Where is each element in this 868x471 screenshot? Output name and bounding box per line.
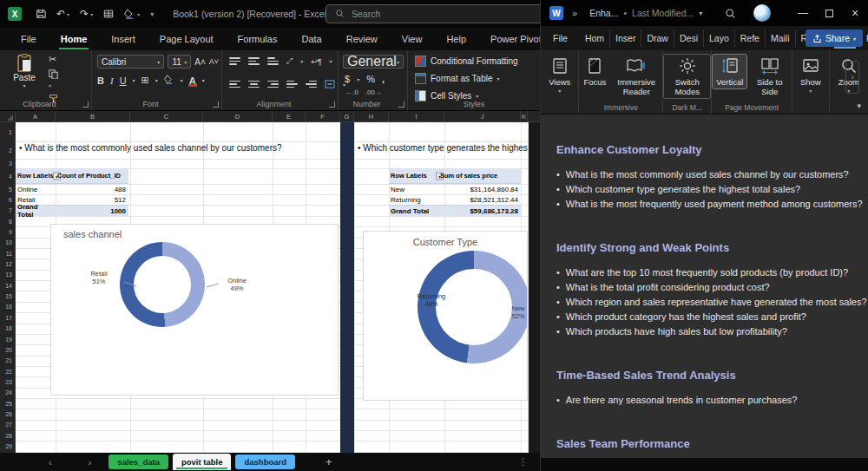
wrap-text-icon[interactable]: ↩¶: [311, 57, 321, 66]
row-header-22[interactable]: 22: [0, 366, 15, 376]
percent-icon[interactable]: %: [366, 74, 375, 84]
row-header-21[interactable]: 21: [0, 356, 15, 366]
word-menu-item-refe[interactable]: Refe: [735, 29, 766, 47]
ribbon-more-icon[interactable]: ›: [845, 61, 859, 94]
number-dialog-launcher[interactable]: [398, 101, 404, 108]
column-header-K[interactable]: K: [521, 111, 528, 122]
column-header-G[interactable]: G: [340, 111, 354, 122]
sheet-tab-sales_data[interactable]: sales_data: [108, 455, 168, 469]
row-header-14[interactable]: 14: [0, 280, 15, 291]
cut-icon[interactable]: ✂: [49, 54, 58, 65]
row-header-1[interactable]: 1: [0, 122, 15, 141]
borders-icon[interactable]: ⊞: [141, 75, 149, 86]
pivot-grand-total-row[interactable]: Grand Total$59,686,173.28: [389, 205, 521, 216]
currency-icon[interactable]: $: [345, 74, 350, 84]
number-format-select[interactable]: General▾: [343, 55, 404, 69]
word-menu-item-desi[interactable]: Desi: [674, 29, 704, 47]
focus-button[interactable]: Focus: [579, 54, 610, 89]
excel-menu-item-insert[interactable]: Insert: [99, 29, 148, 49]
word-app-icon[interactable]: W: [549, 6, 563, 20]
word-menu-item-hom[interactable]: Hom: [580, 29, 610, 47]
word-document-page[interactable]: Enhance Customer Loyalty•What is the mos…: [541, 114, 868, 458]
pivot-grand-total-row[interactable]: Grand Total1000: [16, 205, 128, 216]
table-icon[interactable]: [103, 9, 114, 19]
maximize-icon[interactable]: [816, 0, 842, 26]
excel-menu-item-page-layout[interactable]: Page Layout: [148, 29, 226, 49]
save-icon[interactable]: [36, 9, 46, 19]
column-header-D[interactable]: D: [203, 111, 273, 122]
word-menu-item-file[interactable]: File: [548, 29, 580, 47]
row-header-3[interactable]: 3: [0, 159, 15, 168]
customize-qat-icon[interactable]: ▾: [150, 10, 154, 18]
row-header-24[interactable]: 24: [0, 388, 15, 398]
column-header-E[interactable]: E: [273, 111, 306, 122]
redo-icon[interactable]: ↷▾: [80, 8, 93, 20]
font-color-icon[interactable]: A: [189, 75, 196, 86]
row-header-13[interactable]: 13: [0, 270, 15, 280]
decrease-decimal-icon[interactable]: .00→: [365, 88, 382, 96]
sheet-tab-dashboard[interactable]: dashboard: [235, 455, 295, 469]
undo-icon[interactable]: ↶▾: [56, 8, 69, 20]
row-header-8[interactable]: 8: [0, 216, 15, 226]
excel-menu-item-formulas[interactable]: Formulas: [226, 29, 290, 49]
italic-button[interactable]: I: [110, 75, 114, 86]
underline-button[interactable]: U: [120, 75, 127, 86]
align-right-icon[interactable]: [267, 81, 279, 88]
bold-button[interactable]: B: [97, 75, 104, 86]
row-header-6[interactable]: 6: [0, 194, 15, 205]
excel-menu-item-home[interactable]: Home: [49, 29, 100, 49]
column-header-F[interactable]: F: [306, 111, 340, 122]
decrease-font-icon[interactable]: A˅: [209, 57, 219, 66]
conditional-formatting-button[interactable]: Conditional Formatting: [415, 56, 518, 67]
collapse-ribbon-icon[interactable]: ▾: [857, 101, 861, 110]
align-bottom-icon[interactable]: [267, 57, 279, 65]
excel-menu-item-file[interactable]: File: [9, 29, 49, 49]
row-header-12[interactable]: 12: [0, 258, 15, 269]
pivot-table-customer-type[interactable]: Row Labels▼Sum of sales priceNew$31,164,…: [389, 168, 521, 216]
row-header-15[interactable]: 15: [0, 291, 15, 301]
excel-menu-item-data[interactable]: Data: [289, 29, 333, 49]
search-icon[interactable]: [725, 7, 736, 23]
paste-button[interactable]: Paste ▾: [7, 54, 42, 99]
vertical-button[interactable]: Vertical: [712, 54, 747, 89]
row-header-2[interactable]: 2: [0, 141, 15, 159]
close-icon[interactable]: ×: [842, 0, 868, 26]
alignment-dialog-launcher[interactable]: [329, 101, 335, 108]
excel-menu-item-view[interactable]: View: [390, 29, 435, 49]
copy-icon[interactable]: ▾: [49, 69, 58, 89]
increase-decimal-icon[interactable]: ←.0: [345, 88, 358, 96]
show-button[interactable]: Show ▾: [796, 54, 825, 99]
views-button[interactable]: Views ▾: [544, 54, 575, 99]
sheet-tab-povit-table[interactable]: povit table: [173, 454, 232, 470]
row-header-29[interactable]: 29: [0, 441, 15, 451]
orientation-icon[interactable]: ⤢: [286, 56, 293, 66]
pivot-data-row[interactable]: New$31,164,860.84: [389, 184, 521, 194]
align-left-icon[interactable]: [229, 81, 240, 88]
row-header-7[interactable]: 7: [0, 205, 15, 216]
row-header-23[interactable]: 23: [0, 376, 15, 387]
column-header-C[interactable]: C: [130, 111, 203, 122]
fill-color-icon[interactable]: [164, 75, 174, 86]
font-size-select[interactable]: 11▾: [168, 55, 191, 69]
row-header-10[interactable]: 10: [0, 238, 15, 248]
word-menu-item-layo[interactable]: Layo: [704, 29, 735, 47]
donut-sales-channel[interactable]: [120, 242, 205, 327]
row-header-17[interactable]: 17: [0, 312, 15, 323]
row-header-4[interactable]: 4: [0, 168, 15, 184]
comma-style-icon[interactable]: ,: [382, 74, 385, 84]
increase-font-icon[interactable]: A˄: [194, 57, 206, 67]
pivot-table-sales-channel[interactable]: Row Labels▼Count of Product_IDOnline488R…: [16, 168, 128, 216]
row-header-9[interactable]: 9: [0, 226, 15, 237]
row-header-16[interactable]: 16: [0, 302, 15, 312]
tab-scroll-left-icon[interactable]: ‹: [43, 457, 57, 468]
worksheet-grid[interactable]: 1234567891011121314151617181920212223242…: [0, 122, 540, 453]
merge-center-icon[interactable]: [325, 76, 335, 92]
column-header-B[interactable]: B: [56, 111, 130, 122]
row-header-28[interactable]: 28: [0, 430, 15, 441]
tab-bar-more-icon[interactable]: ⋮: [518, 456, 528, 468]
chart-sales-channel[interactable]: sales channel Retail51% Online49%: [50, 224, 339, 396]
share-button[interactable]: Share ▾: [806, 29, 863, 47]
font-name-select[interactable]: Calibri▾: [97, 55, 164, 69]
font-dialog-launcher[interactable]: [213, 101, 219, 108]
word-doc-title[interactable]: Enha... • Last Modified... ▾: [589, 8, 702, 18]
